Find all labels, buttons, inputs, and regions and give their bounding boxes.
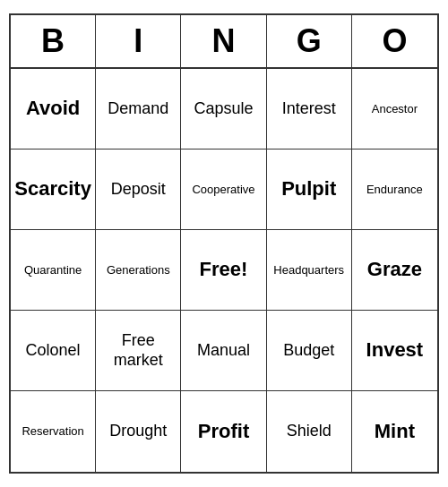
cell-r4-c3: Shield	[267, 391, 352, 472]
cell-r1-c4: Endurance	[352, 150, 437, 230]
cell-text: Capsule	[194, 99, 253, 119]
cell-r0-c3: Interest	[267, 69, 352, 150]
cell-text: Profit	[198, 420, 249, 443]
bingo-header: BINGO	[11, 15, 437, 69]
cell-r1-c0: Scarcity	[11, 150, 96, 230]
cell-text: Colonel	[26, 341, 81, 361]
cell-r4-c4: Mint	[352, 391, 437, 472]
cell-r4-c0: Reservation	[11, 391, 96, 472]
cell-text: Ancestor	[372, 102, 418, 116]
cell-text: Avoid	[26, 97, 80, 120]
cell-r3-c0: Colonel	[11, 311, 96, 391]
cell-text: Mint	[375, 420, 415, 443]
cell-text: Deposit	[111, 180, 166, 200]
cell-text: Free!	[200, 258, 248, 281]
cell-text: Scarcity	[14, 177, 91, 201]
cell-r0-c4: Ancestor	[352, 69, 437, 150]
cell-text: Quarantine	[24, 263, 82, 278]
cell-r2-c0: Quarantine	[11, 230, 96, 311]
header-letter: N	[181, 15, 266, 67]
header-letter: G	[267, 15, 352, 67]
cell-text: Interest	[282, 99, 336, 119]
header-letter: I	[96, 15, 181, 67]
cell-r3-c2: Manual	[181, 311, 266, 391]
cell-text: Cooperative	[192, 183, 254, 197]
cell-r3-c3: Budget	[267, 311, 352, 391]
cell-text: Shield	[287, 422, 332, 441]
cell-r4-c1: Drought	[96, 391, 181, 472]
cell-r3-c4: Invest	[352, 311, 437, 391]
cell-text: Free market	[99, 331, 177, 370]
cell-r2-c4: Graze	[352, 230, 437, 311]
cell-r2-c2: Free!	[181, 230, 266, 311]
cell-r1-c1: Deposit	[96, 150, 181, 230]
header-letter: O	[352, 15, 437, 67]
cell-r2-c1: Generations	[96, 230, 181, 311]
header-letter: B	[11, 15, 96, 67]
cell-text: Drought	[109, 422, 167, 441]
cell-r1-c3: Pulpit	[267, 150, 352, 230]
cell-text: Generations	[107, 263, 170, 278]
cell-text: Pulpit	[281, 177, 336, 201]
cell-text: Graze	[367, 258, 422, 281]
cell-text: Reservation	[22, 424, 83, 439]
cell-r0-c0: Avoid	[11, 69, 96, 150]
cell-r1-c2: Cooperative	[181, 150, 266, 230]
cell-r4-c2: Profit	[181, 391, 266, 472]
cell-text: Demand	[108, 99, 168, 119]
cell-text: Budget	[283, 341, 334, 361]
cell-text: Invest	[366, 338, 424, 362]
cell-r2-c3: Headquarters	[267, 230, 352, 311]
bingo-grid: AvoidDemandCapsuleInterestAncestorScarci…	[11, 69, 437, 472]
cell-r3-c1: Free market	[96, 311, 181, 391]
cell-text: Endurance	[366, 183, 423, 197]
cell-text: Headquarters	[273, 263, 344, 278]
cell-r0-c2: Capsule	[181, 69, 266, 150]
cell-r0-c1: Demand	[96, 69, 181, 150]
bingo-card: BINGO AvoidDemandCapsuleInterestAncestor…	[9, 13, 439, 474]
cell-text: Manual	[197, 341, 250, 361]
